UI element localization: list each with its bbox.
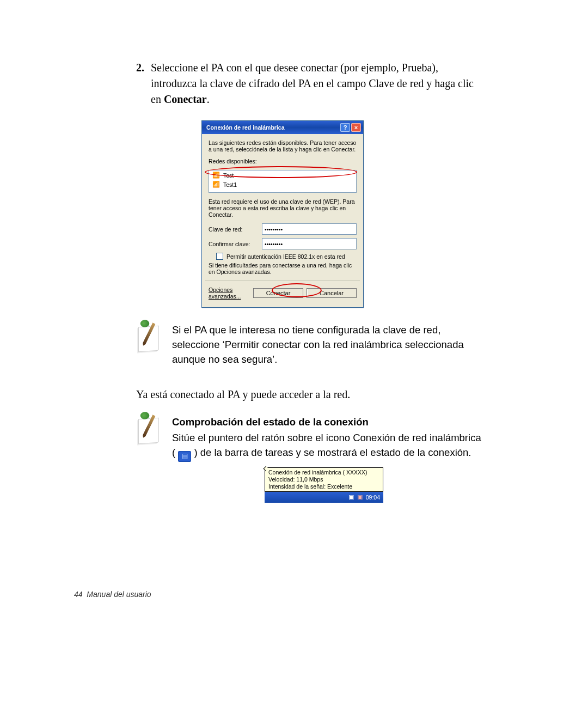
step-number: 2.	[136, 60, 144, 107]
tray-icon-1[interactable]: ▣	[348, 493, 354, 502]
tooltip-line2: Velocidad: 11,0 Mbps	[268, 476, 379, 483]
wep-hint: Esta red requiere el uso de una clave de…	[209, 198, 357, 218]
antenna-icon: 📶	[212, 172, 220, 179]
dialog-button-row: Opciones avanzadas... Conectar Cancelar	[205, 281, 360, 304]
step-text-bold: Conectar	[164, 93, 207, 105]
dialog-title: Conexión de red inalámbrica	[206, 124, 285, 131]
note1-text: Si el PA que le interesa no tiene config…	[172, 323, 485, 367]
dialog-body: Las siguientes redes están disponibles. …	[202, 134, 363, 307]
tooltip-line1: Conexión de red inalámbrica ( XXXXX)	[268, 469, 379, 476]
step-2: 2. Seleccione el PA con el que desee con…	[136, 60, 485, 107]
taskbar: ▣ ▣ 09:04	[265, 492, 383, 503]
ieee-checkbox[interactable]	[216, 253, 223, 260]
tray-icon-2[interactable]: ▣	[357, 493, 363, 502]
tooltip-arrow-icon	[264, 466, 269, 471]
ieee-label: Permitir autenticación IEEE 802.1x en es…	[226, 253, 345, 260]
network-name-0: Test	[223, 172, 234, 179]
close-button[interactable]: ×	[351, 123, 361, 132]
key-input[interactable]	[262, 223, 357, 235]
dialog-titlebar: Conexión de red inalámbrica ? ×	[202, 121, 363, 134]
taskbar-time: 09:04	[366, 493, 380, 502]
key-label: Clave de red:	[209, 226, 258, 233]
wireless-dialog: Conexión de red inalámbrica ? × Las sigu…	[201, 120, 364, 308]
page-number: 44	[74, 590, 83, 599]
note2-text: Sitúe el puntero del ratón sobre el icon…	[172, 431, 485, 462]
network-name-1: Test1	[223, 181, 237, 188]
note2-heading: Comprobación del estado de la conexión	[172, 415, 485, 430]
connect-button[interactable]: Conectar	[253, 288, 303, 298]
note-check-status: Comprobación del estado de la conexión S…	[136, 415, 485, 503]
trouble-text: Si tiene dificultades para conectarse a …	[209, 262, 357, 275]
note-no-key: Si el PA que le interesa no tiene config…	[136, 323, 485, 367]
after-connected-text: Ya está conectado al PA y puede acceder …	[136, 388, 485, 401]
networks-listbox[interactable]: 📶 Test 📶 Test1	[209, 170, 357, 193]
tray-tooltip: Conexión de red inalámbrica ( XXXXX) Vel…	[265, 467, 383, 492]
advanced-link[interactable]: Opciones avanzadas...	[209, 287, 253, 300]
available-label: Redes disponibles:	[209, 158, 357, 164]
antenna-icon: 📶	[212, 181, 220, 188]
network-row-test1[interactable]: 📶 Test1	[209, 180, 356, 189]
confirm-label: Confirmar clave:	[209, 241, 258, 247]
step-text: Seleccione el PA con el que desee conect…	[151, 60, 485, 107]
step-text-b: .	[207, 93, 210, 105]
note-icon	[136, 415, 162, 441]
help-button[interactable]: ?	[340, 123, 350, 132]
wireless-tray-icon: ▤	[178, 451, 191, 462]
note2-text-b: ) de la barra de tareas y se mostrará el…	[194, 447, 471, 458]
footer-label: Manual del usuario	[87, 590, 151, 599]
cancel-button[interactable]: Cancelar	[307, 288, 357, 298]
page-footer: 44 Manual del usuario	[74, 590, 151, 599]
note-icon	[136, 323, 162, 349]
network-row-test[interactable]: 📶 Test	[209, 170, 356, 180]
dialog-intro: Las siguientes redes están disponibles. …	[209, 139, 357, 153]
confirm-input[interactable]	[262, 238, 357, 249]
tooltip-line3: Intensidad de la señal: Excelente	[268, 483, 379, 490]
tray-figure: Conexión de red inalámbrica ( XXXXX) Vel…	[265, 467, 383, 503]
